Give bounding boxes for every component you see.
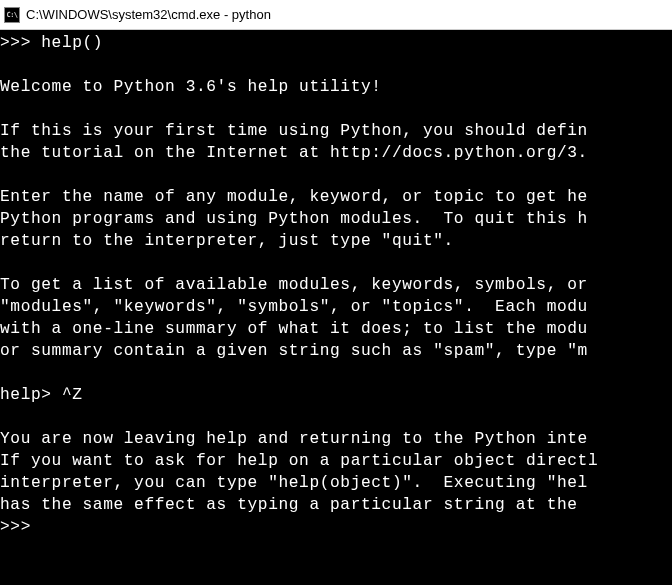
window-titlebar[interactable]: C:\ C:\WINDOWS\system32\cmd.exe - python [0,0,672,30]
cmd-icon: C:\ [4,7,20,23]
window-title: C:\WINDOWS\system32\cmd.exe - python [26,7,271,22]
terminal-text: >>> help() Welcome to Python 3.6's help … [0,34,598,536]
terminal-output[interactable]: >>> help() Welcome to Python 3.6's help … [0,30,672,585]
cmd-icon-text: C:\ [6,11,17,19]
